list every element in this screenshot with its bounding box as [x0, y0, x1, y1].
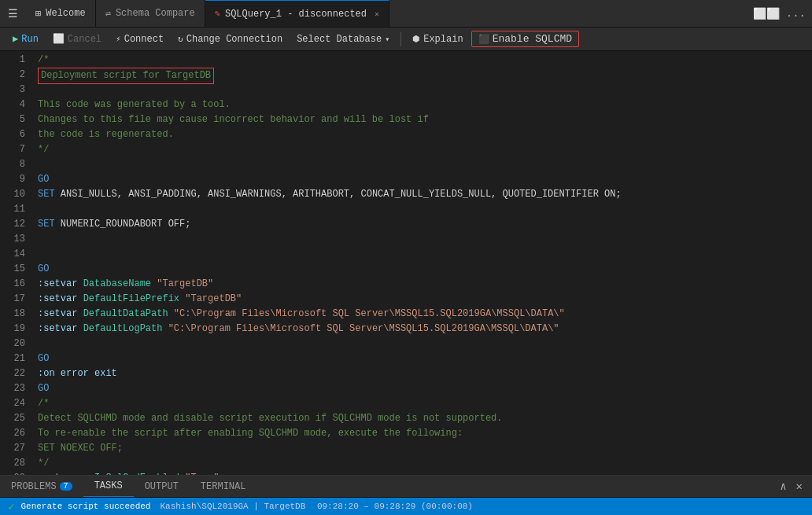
code-line: [38, 157, 812, 172]
line-number: 5: [0, 112, 25, 127]
status-message: Generate script succeeded: [20, 502, 150, 511]
select-db-dropdown-icon: ▾: [385, 35, 389, 44]
enable-sqlcmd-button[interactable]: ⬛ Enable SQLCMD: [471, 31, 579, 47]
line-number: 2: [0, 68, 25, 83]
tab-sqlquery-label: SQLQuery_1 - disconnected: [225, 9, 367, 20]
line-number: 23: [0, 381, 25, 396]
tab-bar: ⊞ Welcome ⇌ Schema Compare ✎ SQLQuery_1 …: [26, 0, 747, 27]
line-number: 7: [0, 142, 25, 157]
cancel-label: Cancel: [68, 34, 102, 45]
code-line: [38, 232, 812, 247]
code-line: /*: [38, 53, 812, 68]
title-bar-right: ⬜⬜ ...: [747, 7, 812, 20]
code-line: Detect SQLCHMD mode and disable script e…: [38, 411, 812, 426]
status-server-info: Kashish\SQL2019GA | TargetDB 09:28:20 – …: [160, 502, 473, 511]
more-options-icon[interactable]: ...: [786, 7, 806, 20]
bottom-panel: PROBLEMS 7 TASKS OUTPUT TERMINAL ∧ ✕ ✓ G…: [0, 475, 812, 515]
code-line: SET ANSI_NULLS, ANSI_PADDING, ANSI_WARNI…: [38, 187, 812, 202]
tab-terminal-label: TERMINAL: [201, 481, 246, 492]
change-connection-label: Change Connection: [186, 34, 282, 45]
tab-tasks[interactable]: TASKS: [83, 476, 134, 497]
line-number: 17: [0, 292, 25, 307]
tab-welcome-label: Welcome: [46, 8, 85, 19]
tab-welcome[interactable]: ⊞ Welcome: [26, 0, 96, 27]
code-line: :setvar DefaultLogPath "C:\Program Files…: [38, 322, 812, 337]
code-line: :setvar DefaultDataPath "C:\Program File…: [38, 307, 812, 322]
code-line: This code was generated by a tool.: [38, 97, 812, 112]
code-line: GO: [38, 381, 812, 396]
welcome-icon: ⊞: [35, 8, 41, 20]
line-number: 16: [0, 277, 25, 292]
line-number: 19: [0, 322, 25, 337]
line-number: 6: [0, 127, 25, 142]
line-number: 9: [0, 172, 25, 187]
line-number: 1: [0, 53, 25, 68]
run-label: Run: [21, 34, 39, 45]
tab-schema-compare-label: Schema Compare: [116, 8, 195, 19]
tab-schema-compare[interactable]: ⇌ Schema Compare: [96, 0, 205, 27]
tab-output-label: OUTPUT: [145, 481, 179, 492]
close-panel-icon[interactable]: ✕: [793, 478, 806, 495]
line-number: 21: [0, 351, 25, 366]
line-number: 27: [0, 441, 25, 456]
change-connection-icon: ↻: [178, 34, 183, 44]
enable-sqlcmd-icon: ⬛: [478, 34, 489, 44]
line-number: 24: [0, 396, 25, 411]
code-editor[interactable]: /*Deployment script for TargetDB This co…: [31, 51, 812, 475]
line-number: 12: [0, 217, 25, 232]
code-line: GO: [38, 351, 812, 366]
explain-label: Explain: [423, 34, 463, 45]
schema-compare-icon: ⇌: [105, 8, 111, 20]
line-number: 22: [0, 366, 25, 381]
tab-output[interactable]: OUTPUT: [134, 476, 190, 497]
line-number: 13: [0, 232, 25, 247]
code-line: GO: [38, 262, 812, 277]
code-line: GO: [38, 172, 812, 187]
tab-sqlquery[interactable]: ✎ SQLQuery_1 - disconnected ✕: [205, 0, 389, 27]
tab-terminal[interactable]: TERMINAL: [190, 476, 257, 497]
bottom-tab-bar: PROBLEMS 7 TASKS OUTPUT TERMINAL ∧ ✕: [0, 476, 812, 498]
toolbar-separator-1: [400, 32, 401, 46]
cancel-button: ⬜ Cancel: [46, 31, 108, 47]
toolbar: ▶ Run ⬜ Cancel ⚡ Connect ↻ Change Connec…: [0, 28, 812, 51]
code-line: Deployment script for TargetDB: [38, 68, 812, 83]
collapse-panel-icon[interactable]: ∧: [777, 478, 789, 495]
line-number: 11: [0, 202, 25, 217]
change-connection-button[interactable]: ↻ Change Connection: [172, 31, 289, 47]
sqlquery-icon: ✎: [215, 8, 220, 20]
code-line: */: [38, 456, 812, 471]
code-line: :on error exit: [38, 366, 812, 381]
code-line: [38, 202, 812, 217]
line-number: 14: [0, 247, 25, 262]
problems-badge: 7: [60, 482, 72, 491]
code-line: :setvar DatabaseName "TargetDB": [38, 277, 812, 292]
status-check-icon: ✓: [8, 500, 14, 513]
code-line: SET NOEXEC OFF;: [38, 441, 812, 456]
line-number: 18: [0, 307, 25, 322]
enable-sqlcmd-label: Enable SQLCMD: [493, 33, 572, 45]
code-line: [38, 83, 812, 97]
line-number: 26: [0, 426, 25, 441]
tab-problems[interactable]: PROBLEMS 7: [0, 476, 83, 497]
line-number: 28: [0, 456, 25, 471]
tab-close-icon[interactable]: ✕: [375, 9, 379, 19]
run-button[interactable]: ▶ Run: [6, 31, 45, 47]
title-bar: ☰ ⊞ Welcome ⇌ Schema Compare ✎ SQLQuery_…: [0, 0, 812, 28]
code-line: To re-enable the script after enabling S…: [38, 426, 812, 441]
title-bar-left: ☰: [0, 7, 26, 20]
line-number: 25: [0, 411, 25, 426]
status-time: 09:28:20 – 09:28:29 (00:00:08): [317, 502, 473, 511]
tab-tasks-label: TASKS: [94, 480, 123, 491]
code-line: [38, 247, 812, 262]
menu-icon[interactable]: ☰: [8, 7, 18, 20]
line-number: 4: [0, 97, 25, 112]
split-editor-icon[interactable]: ⬜⬜: [753, 7, 780, 20]
explain-button[interactable]: ⬢ Explain: [406, 31, 469, 47]
connect-button[interactable]: ⚡ Connect: [109, 31, 170, 47]
explain-icon: ⬢: [412, 34, 420, 44]
cancel-icon: ⬜: [53, 33, 65, 45]
status-bar: ✓ Generate script succeeded Kashish\SQL2…: [0, 498, 812, 515]
select-database-button[interactable]: Select Database ▾: [290, 31, 396, 47]
code-line: Changes to this file may cause incorrect…: [38, 112, 812, 127]
line-number: 10: [0, 187, 25, 202]
